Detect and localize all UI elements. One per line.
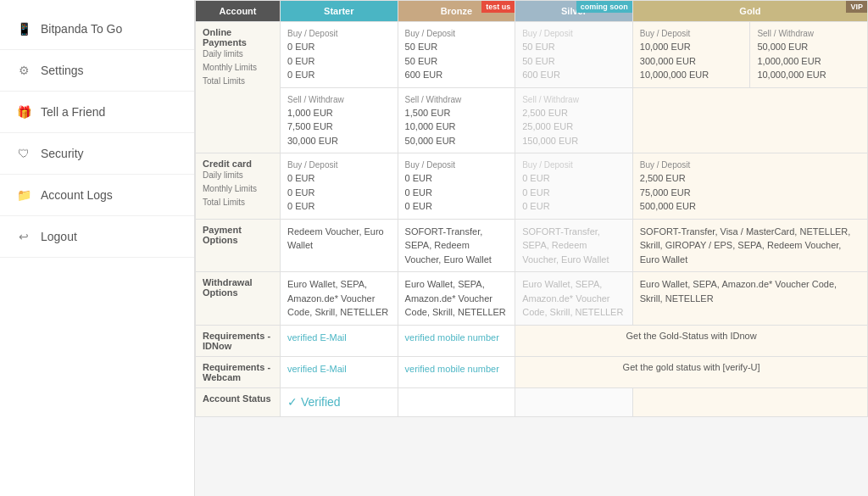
silver-online-sell: Sell / Withdraw 2,500 EUR 25,000 EUR 150… — [515, 87, 633, 153]
starter-credit: Buy / Deposit 0 EUR 0 EUR 0 EUR — [281, 153, 398, 220]
sidebar-label-security: Security — [41, 147, 84, 160]
shield-icon: 🛡 — [15, 145, 32, 162]
main-content: Account Starter Bronze test us Silver co… — [195, 0, 868, 496]
gift-icon: 🎁 — [15, 103, 32, 120]
silver-online-buy: Buy / Deposit 50 EUR 50 EUR 600 EUR — [515, 22, 633, 88]
col-header-account: Account — [196, 1, 281, 22]
gold-credit: Buy / Deposit 2,500 EUR 75,000 EUR 500,0… — [632, 153, 867, 220]
starter-payment-options: Redeem Voucher, Euro Wallet — [281, 219, 398, 272]
starter-online-sell: Sell / Withdraw 1,000 EUR 7,500 EUR 30,0… — [281, 87, 398, 153]
starter-idnow: verified E-Mail — [281, 325, 398, 356]
bronze-idnow: verified mobile number — [398, 325, 515, 356]
table-row-account-status: Account Status ✓ Verified — [196, 387, 868, 416]
account-table: Account Starter Bronze test us Silver co… — [195, 0, 868, 417]
silver-account-status — [515, 387, 633, 416]
starter-account-status: ✓ Verified — [281, 387, 398, 416]
starter-online-buy: Buy / Deposit 0 EUR 0 EUR 0 EUR — [281, 22, 398, 88]
sidebar-item-settings[interactable]: ⚙ Settings — [0, 50, 194, 92]
sidebar-label-settings: Settings — [41, 64, 84, 77]
gold-withdrawal: Euro Wallet, SEPA, Amazon.de* Voucher Co… — [632, 272, 867, 326]
sidebar: 📱 Bitpanda To Go ⚙ Settings 🎁 Tell a Fri… — [0, 0, 195, 496]
starter-webcam-link[interactable]: verified E-Mail — [287, 364, 347, 374]
table-row-requirements-webcam: Requirements - Webcam verified E-Mail ve… — [196, 356, 868, 387]
sidebar-item-account-logs[interactable]: 📁 Account Logs — [0, 175, 194, 216]
gold-payment-options: SOFORT-Transfer, Visa / MasterCard, NETE… — [632, 219, 867, 272]
bronze-payment-options: SOFORT-Transfer, SEPA, Redeem Voucher, E… — [398, 219, 515, 272]
bronze-webcam-link[interactable]: verified mobile number — [405, 364, 499, 374]
table-row-withdrawal-options: Withdrawal Options Euro Wallet, SEPA, Am… — [196, 272, 868, 326]
silver-payment-options: SOFORT-Transfer, SEPA, Redeem Voucher, E… — [515, 219, 633, 272]
table-row-online-payments: Online Payments Daily limits Monthly Lim… — [196, 22, 868, 88]
sidebar-label-account-logs: Account Logs — [41, 188, 113, 202]
table-row-online-payments-sell: Sell / Withdraw 1,000 EUR 7,500 EUR 30,0… — [196, 87, 868, 153]
sidebar-label-tell-a-friend: Tell a Friend — [41, 105, 105, 119]
sidebar-item-bitpanda-to-go[interactable]: 📱 Bitpanda To Go — [0, 8, 194, 50]
bronze-webcam: verified mobile number — [398, 356, 515, 387]
logout-icon: ↩ — [15, 228, 32, 245]
settings-icon: ⚙ — [15, 62, 32, 79]
col-header-gold: Gold VIP — [632, 1, 867, 22]
table-row-credit-card: Credit card Daily limits Monthly Limits … — [196, 153, 868, 220]
bronze-idnow-link[interactable]: verified mobile number — [405, 332, 499, 343]
label-withdrawal-options: Withdrawal Options — [196, 272, 281, 326]
starter-idnow-link[interactable]: verified E-Mail — [287, 332, 347, 343]
starter-webcam: verified E-Mail — [281, 356, 398, 387]
col-header-bronze: Bronze test us — [398, 1, 515, 22]
folder-icon: 📁 — [15, 187, 32, 203]
table-row-payment-options: Payment Options Redeem Voucher, Euro Wal… — [196, 219, 868, 272]
badge-testus: test us — [481, 1, 515, 13]
sidebar-item-tell-a-friend[interactable]: 🎁 Tell a Friend — [0, 92, 194, 133]
label-credit-card: Credit card Daily limits Monthly Limits … — [196, 153, 281, 220]
table-row-requirements-idnow: Requirements - IDNow verified E-Mail ver… — [196, 325, 868, 356]
badge-vip: VIP — [846, 1, 867, 13]
bronze-online-sell: Sell / Withdraw 1,500 EUR 10,000 EUR 50,… — [398, 87, 515, 153]
badge-comingsoon: coming soon — [576, 1, 632, 13]
col-header-starter: Starter — [281, 1, 398, 22]
label-requirements-idnow: Requirements - IDNow — [196, 325, 281, 356]
silver-withdrawal: Euro Wallet, SEPA, Amazon.de* Voucher Co… — [515, 272, 633, 326]
gold-online-buy: Buy / Deposit 10,000 EUR 300,000 EUR 10,… — [632, 22, 750, 88]
sidebar-item-security[interactable]: 🛡 Security — [0, 133, 194, 175]
label-account-status: Account Status — [196, 387, 281, 416]
bronze-credit: Buy / Deposit 0 EUR 0 EUR 0 EUR — [398, 153, 515, 220]
gold-online-sell2 — [632, 87, 867, 153]
sidebar-label-logout: Logout — [41, 230, 77, 243]
gold-account-status — [632, 387, 867, 416]
silver-credit: Buy / Deposit 0 EUR 0 EUR 0 EUR — [515, 153, 633, 220]
bronze-withdrawal: Euro Wallet, SEPA, Amazon.de* Voucher Co… — [398, 272, 515, 326]
label-payment-options: Payment Options — [196, 219, 281, 272]
gold-online-sell: Sell / Withdraw 50,000 EUR 1,000,000 EUR… — [750, 22, 868, 88]
bitpanda-icon: 📱 — [15, 20, 32, 37]
label-requirements-webcam: Requirements - Webcam — [196, 356, 281, 387]
sidebar-item-logout[interactable]: ↩ Logout — [0, 216, 194, 258]
starter-withdrawal: Euro Wallet, SEPA, Amazon.de* Voucher Co… — [281, 272, 398, 326]
col-header-silver: Silver coming soon — [515, 1, 633, 22]
label-online-payments: Online Payments Daily limits Monthly Lim… — [196, 22, 281, 153]
bronze-account-status — [398, 387, 515, 416]
gold-webcam: Get the gold status with [verify-U] — [515, 356, 868, 387]
bronze-online-buy: Buy / Deposit 50 EUR 50 EUR 600 EUR — [398, 22, 515, 88]
sidebar-label-bitpanda-to-go: Bitpanda To Go — [41, 22, 122, 36]
gold-idnow: Get the Gold-Status with IDnow — [515, 325, 868, 356]
